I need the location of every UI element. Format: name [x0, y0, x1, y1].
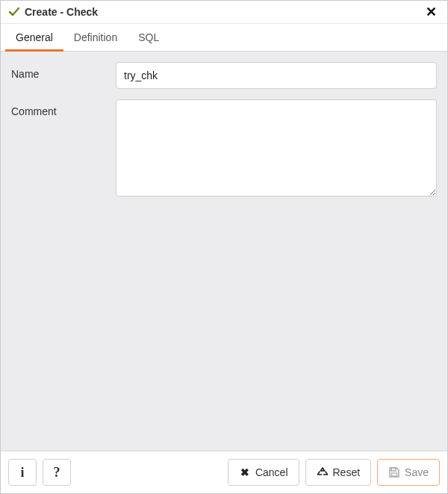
reset-button[interactable]: Reset [305, 459, 372, 486]
info-button[interactable]: i [8, 459, 37, 486]
button-label: Cancel [255, 466, 288, 478]
button-label: Save [405, 466, 429, 478]
check-icon [8, 6, 20, 18]
comment-row: Comment [11, 99, 437, 199]
name-label: Name [11, 62, 116, 80]
svg-rect-0 [391, 468, 396, 471]
name-control [116, 62, 437, 89]
tab-definition[interactable]: Definition [63, 24, 128, 51]
recycle-icon [317, 466, 329, 478]
save-icon [388, 466, 400, 478]
tab-label: Definition [74, 31, 117, 43]
name-row: Name [11, 62, 437, 89]
comment-control [116, 99, 437, 199]
cancel-button[interactable]: ✖ Cancel [228, 459, 299, 486]
button-label: Reset [333, 466, 361, 478]
tab-bar: General Definition SQL [1, 24, 447, 52]
svg-rect-1 [392, 473, 397, 476]
help-icon: ? [54, 465, 60, 481]
create-check-dialog: Create - Check ✕ General Definition SQL … [0, 0, 448, 494]
tab-label: SQL [138, 31, 159, 43]
info-icon: i [20, 465, 24, 481]
tab-general[interactable]: General [5, 24, 63, 51]
dialog-body: Name Comment [1, 52, 447, 451]
comment-textarea[interactable] [116, 99, 437, 197]
close-icon: ✖ [239, 466, 251, 478]
dialog-footer: i ? ✖ Cancel Reset [1, 451, 447, 493]
tab-sql[interactable]: SQL [128, 24, 169, 51]
dialog-title: Create - Check [25, 6, 423, 18]
name-input[interactable] [116, 62, 437, 89]
tab-label: General [16, 31, 53, 43]
comment-label: Comment [11, 99, 116, 117]
help-button[interactable]: ? [43, 459, 71, 486]
save-button[interactable]: Save [377, 459, 440, 486]
titlebar: Create - Check ✕ [1, 1, 447, 24]
close-icon[interactable]: ✕ [423, 5, 440, 19]
